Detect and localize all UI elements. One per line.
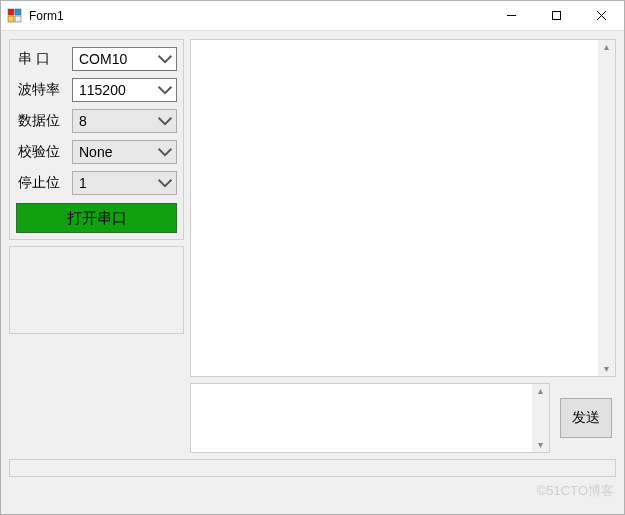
bottom-bar [9, 459, 616, 477]
close-button[interactable] [579, 1, 624, 30]
application-window: Form1 串 口 COM10 [0, 0, 625, 515]
svg-rect-5 [553, 12, 561, 20]
svg-rect-0 [8, 9, 14, 15]
status-box [9, 246, 184, 334]
databits-row: 数据位 8 [16, 108, 177, 133]
parity-value: None [79, 144, 112, 160]
open-port-button[interactable]: 打开串口 [16, 203, 177, 233]
scroll-up-icon: ▴ [538, 386, 543, 396]
titlebar: Form1 [1, 1, 624, 31]
chevron-down-icon [157, 113, 173, 129]
stopbits-combobox[interactable]: 1 [72, 171, 177, 195]
send-button-wrap: 发送 [556, 383, 616, 453]
send-scrollbar[interactable]: ▴ ▾ [532, 384, 549, 452]
scroll-down-icon: ▾ [604, 364, 609, 374]
serial-config-group: 串 口 COM10 波特率 115200 [9, 39, 184, 240]
port-label: 串 口 [16, 50, 72, 68]
port-combobox[interactable]: COM10 [72, 47, 177, 71]
baud-label: 波特率 [16, 81, 72, 99]
send-button-label: 发送 [572, 409, 600, 427]
receive-textarea[interactable]: ▴ ▾ [190, 39, 616, 377]
baud-row: 波特率 115200 [16, 77, 177, 102]
left-column: 串 口 COM10 波特率 115200 [9, 39, 184, 377]
stopbits-label: 停止位 [16, 174, 72, 192]
top-row: 串 口 COM10 波特率 115200 [9, 39, 616, 377]
parity-combobox[interactable]: None [72, 140, 177, 164]
app-icon [7, 8, 23, 24]
port-row: 串 口 COM10 [16, 46, 177, 71]
window-title: Form1 [29, 9, 64, 23]
baud-combobox[interactable]: 115200 [72, 78, 177, 102]
window-controls [489, 1, 624, 30]
maximize-button[interactable] [534, 1, 579, 30]
parity-row: 校验位 None [16, 139, 177, 164]
databits-combobox[interactable]: 8 [72, 109, 177, 133]
send-row: ▴ ▾ 发送 [9, 383, 616, 453]
stopbits-row: 停止位 1 [16, 170, 177, 195]
open-port-label: 打开串口 [67, 209, 127, 228]
databits-value: 8 [79, 113, 87, 129]
receive-scrollbar[interactable]: ▴ ▾ [598, 40, 615, 376]
client-area: 串 口 COM10 波特率 115200 [1, 31, 624, 514]
svg-rect-1 [15, 9, 21, 15]
send-button[interactable]: 发送 [560, 398, 612, 438]
stopbits-value: 1 [79, 175, 87, 191]
scroll-down-icon: ▾ [538, 440, 543, 450]
databits-label: 数据位 [16, 112, 72, 130]
chevron-down-icon [157, 51, 173, 67]
send-textarea[interactable]: ▴ ▾ [190, 383, 550, 453]
svg-rect-2 [8, 16, 14, 22]
chevron-down-icon [157, 144, 173, 160]
baud-value: 115200 [79, 82, 126, 98]
port-value: COM10 [79, 51, 127, 67]
chevron-down-icon [157, 82, 173, 98]
svg-rect-3 [15, 16, 21, 22]
minimize-button[interactable] [489, 1, 534, 30]
chevron-down-icon [157, 175, 173, 191]
scroll-up-icon: ▴ [604, 42, 609, 52]
send-spacer [9, 383, 184, 453]
parity-label: 校验位 [16, 143, 72, 161]
